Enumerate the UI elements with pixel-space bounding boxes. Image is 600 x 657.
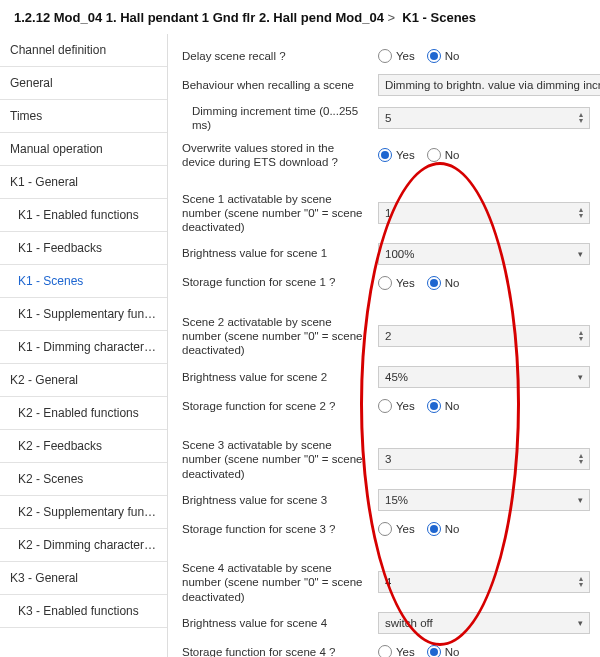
row-scene-4-brightness: Brightness value for scene 4switch off — [182, 608, 590, 638]
sidebar-item-k3-general[interactable]: K3 - General — [0, 562, 167, 595]
dropdown-scene-1-brightness[interactable]: 100% — [378, 243, 590, 265]
sidebar-item-k1-supplementary-functions[interactable]: K1 - Supplementary functions — [0, 298, 167, 331]
label-scene-4-brightness: Brightness value for scene 4 — [182, 616, 378, 630]
label-scene-1-activatable: Scene 1 activatable by scene number (sce… — [182, 192, 378, 235]
label-scene-2-storage: Storage function for scene 2 ? — [182, 399, 378, 413]
row-scene-3-activatable: Scene 3 activatable by scene number (sce… — [182, 434, 590, 485]
spinner-scene-2-number[interactable]: 2▴▾ — [378, 325, 590, 347]
sidebar-item-k2-scenes[interactable]: K2 - Scenes — [0, 463, 167, 496]
row-scene-1-brightness: Brightness value for scene 1100% — [182, 239, 590, 269]
row-scene-2-brightness: Brightness value for scene 245% — [182, 362, 590, 392]
label-scene-2-activatable: Scene 2 activatable by scene number (sce… — [182, 315, 378, 358]
radio-label: Yes — [396, 400, 415, 412]
label-scene-4-activatable: Scene 4 activatable by scene number (sce… — [182, 561, 378, 604]
delay-no-radio[interactable]: No — [427, 49, 460, 63]
sidebar-item-k2-general[interactable]: K2 - General — [0, 364, 167, 397]
label-scene-3-storage: Storage function for scene 3 ? — [182, 522, 378, 536]
spinner-increment-time[interactable]: 5 ▴▾ — [378, 107, 590, 129]
sidebar-item-k2-dimming-characteristic[interactable]: K2 - Dimming characteristic — [0, 529, 167, 562]
scene-2-storage-no-radio[interactable]: No — [427, 399, 460, 413]
dropdown-behaviour[interactable]: Dimming to brightn. value via dimming in… — [378, 74, 600, 96]
radio-dot-icon — [427, 276, 441, 290]
scene-2-storage-yes-radio[interactable]: Yes — [378, 399, 415, 413]
radio-dot-icon — [378, 645, 392, 657]
radio-label: No — [445, 523, 460, 535]
radio-label: Yes — [396, 50, 415, 62]
sidebar-item-manual-operation[interactable]: Manual operation — [0, 133, 167, 166]
breadcrumb-path: 1.2.12 Mod_04 1. Hall pendant 1 Gnd flr … — [14, 10, 384, 25]
radio-label: No — [445, 50, 460, 62]
radio-label: Yes — [396, 646, 415, 657]
stepper-icon[interactable]: ▴▾ — [579, 576, 583, 588]
row-scene-1-activatable: Scene 1 activatable by scene number (sce… — [182, 188, 590, 239]
sidebar-item-k1-dimming-characteristic[interactable]: K1 - Dimming characteristic — [0, 331, 167, 364]
sidebar-item-general[interactable]: General — [0, 67, 167, 100]
breadcrumb-sep: > — [388, 10, 396, 25]
stepper-icon[interactable]: ▴▾ — [579, 330, 583, 342]
radio-label: Yes — [396, 149, 415, 161]
scene-1-storage-no-radio[interactable]: No — [427, 276, 460, 290]
label-scene-1-storage: Storage function for scene 1 ? — [182, 275, 378, 289]
dropdown-scene-3-brightness[interactable]: 15% — [378, 489, 590, 511]
radio-label: No — [445, 277, 460, 289]
scene-4-storage-no-radio[interactable]: No — [427, 645, 460, 657]
sidebar-item-k1-feedbacks[interactable]: K1 - Feedbacks — [0, 232, 167, 265]
stepper-icon[interactable]: ▴▾ — [579, 112, 583, 124]
row-increment-time: Dimming increment time (0...255 ms) 5 ▴▾ — [182, 100, 590, 137]
sidebar-item-k2-enabled-functions[interactable]: K2 - Enabled functions — [0, 397, 167, 430]
sidebar-item-k1-general[interactable]: K1 - General — [0, 166, 167, 199]
label-delay-scene-recall: Delay scene recall ? — [182, 49, 378, 63]
dropdown-scene-4-brightness[interactable]: switch off — [378, 612, 590, 634]
radio-label: No — [445, 149, 460, 161]
delay-yes-radio[interactable]: Yes — [378, 49, 415, 63]
label-scene-3-brightness: Brightness value for scene 3 — [182, 493, 378, 507]
radio-dot-icon — [378, 148, 392, 162]
spinner-scene-4-number[interactable]: 4▴▾ — [378, 571, 590, 593]
radio-dot-icon — [378, 49, 392, 63]
breadcrumb-active: K1 - Scenes — [402, 10, 476, 25]
row-delay-scene-recall: Delay scene recall ? YesNo — [182, 42, 590, 70]
radio-dot-icon — [427, 399, 441, 413]
label-scene-4-storage: Storage function for scene 4 ? — [182, 645, 378, 657]
sidebar-item-channel-definition[interactable]: Channel definition — [0, 34, 167, 67]
row-scene-4-storage: Storage function for scene 4 ?YesNo — [182, 638, 590, 657]
label-scene-3-activatable: Scene 3 activatable by scene number (sce… — [182, 438, 378, 481]
sidebar-item-k2-supplementary-functions[interactable]: K2 - Supplementary functions — [0, 496, 167, 529]
sidebar-item-k1-scenes[interactable]: K1 - Scenes — [0, 265, 167, 298]
row-behaviour: Behaviour when recalling a scene Dimming… — [182, 70, 590, 100]
row-scene-2-storage: Storage function for scene 2 ?YesNo — [182, 392, 590, 420]
sidebar-item-k3-enabled-functions[interactable]: K3 - Enabled functions — [0, 595, 167, 628]
scene-3-storage-yes-radio[interactable]: Yes — [378, 522, 415, 536]
row-overwrite: Overwrite values stored in the device du… — [182, 137, 590, 174]
radio-label: No — [445, 646, 460, 657]
spinner-scene-1-number[interactable]: 1▴▾ — [378, 202, 590, 224]
label-scene-2-brightness: Brightness value for scene 2 — [182, 370, 378, 384]
content-panel: Delay scene recall ? YesNo Behaviour whe… — [168, 34, 600, 657]
label-overwrite: Overwrite values stored in the device du… — [182, 141, 378, 170]
overwrite-no-radio[interactable]: No — [427, 148, 460, 162]
sidebar-item-times[interactable]: Times — [0, 100, 167, 133]
sidebar-item-k1-enabled-functions[interactable]: K1 - Enabled functions — [0, 199, 167, 232]
radio-dot-icon — [427, 522, 441, 536]
scene-4-storage-yes-radio[interactable]: Yes — [378, 645, 415, 657]
row-scene-1-storage: Storage function for scene 1 ?YesNo — [182, 269, 590, 297]
dropdown-scene-2-brightness[interactable]: 45% — [378, 366, 590, 388]
row-scene-3-storage: Storage function for scene 3 ?YesNo — [182, 515, 590, 543]
stepper-icon[interactable]: ▴▾ — [579, 207, 583, 219]
radio-dot-icon — [378, 399, 392, 413]
spinner-scene-3-number[interactable]: 3▴▾ — [378, 448, 590, 470]
scene-1-storage-yes-radio[interactable]: Yes — [378, 276, 415, 290]
sidebar-item-k2-feedbacks[interactable]: K2 - Feedbacks — [0, 430, 167, 463]
radio-label: Yes — [396, 523, 415, 535]
scene-3-storage-no-radio[interactable]: No — [427, 522, 460, 536]
radio-dot-icon — [378, 276, 392, 290]
label-behaviour: Behaviour when recalling a scene — [182, 78, 378, 92]
overwrite-yes-radio[interactable]: Yes — [378, 148, 415, 162]
breadcrumb: 1.2.12 Mod_04 1. Hall pendant 1 Gnd flr … — [0, 0, 600, 34]
row-scene-3-brightness: Brightness value for scene 315% — [182, 485, 590, 515]
stepper-icon[interactable]: ▴▾ — [579, 453, 583, 465]
radio-dot-icon — [427, 49, 441, 63]
radio-label: Yes — [396, 277, 415, 289]
sidebar: Channel definitionGeneralTimesManual ope… — [0, 34, 168, 657]
radio-label: No — [445, 400, 460, 412]
